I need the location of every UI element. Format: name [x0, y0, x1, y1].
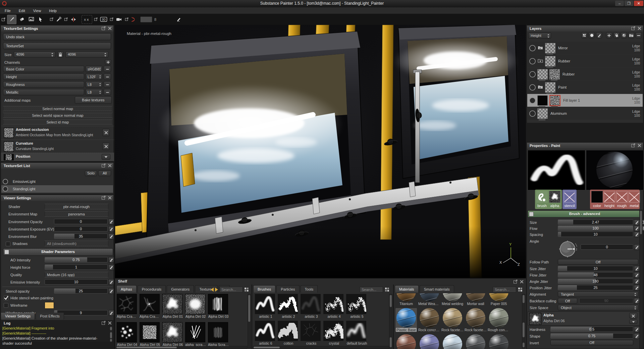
layer-thumbnail[interactable]: [545, 56, 555, 66]
folder-icon[interactable]: [538, 59, 543, 63]
material-item[interactable]: [488, 334, 509, 349]
shader-parameters-header[interactable]: Shader Parameters: [3, 248, 113, 256]
popout-icon[interactable]: [101, 163, 106, 168]
size-lock-button[interactable]: [57, 51, 63, 58]
add-channel-button[interactable]: [105, 59, 111, 65]
add-fill-layer-button[interactable]: [613, 32, 620, 38]
pen-icon[interactable]: [108, 234, 114, 239]
wireframe-color-swatch[interactable]: [45, 302, 54, 309]
add-mask-button[interactable]: [581, 32, 587, 38]
size-slider[interactable]: 2.47: [558, 219, 633, 225]
layer-mask-thumbnail[interactable]: [549, 69, 560, 80]
close-icon[interactable]: [637, 26, 642, 31]
layer-thumbnail[interactable]: [545, 43, 555, 53]
popout-small-icon[interactable]: [94, 16, 98, 23]
env-map-button[interactable]: panorama: [45, 211, 108, 217]
shelf-item[interactable]: Alpha Dirt 04: [117, 322, 138, 347]
angle-dial[interactable]: [558, 239, 579, 259]
brush-item[interactable]: artistic 6: [255, 321, 276, 345]
textureset-row[interactable]: EmissiveLight: [1, 178, 113, 185]
channel-format-dropdown[interactable]: sRGB8: [86, 66, 102, 72]
rough-channel-tile[interactable]: [616, 191, 628, 203]
material-item[interactable]: Rock faceted 1: [442, 308, 463, 332]
stencil-opacity-slider[interactable]: 25: [54, 288, 108, 294]
material-item[interactable]: Mortar wall: [465, 293, 486, 306]
layer-visibility-toggle[interactable]: [529, 58, 536, 64]
layer-thumbnail[interactable]: [537, 69, 548, 80]
layer-thumbnail[interactable]: [545, 82, 555, 93]
alpha-mode-tile[interactable]: [549, 191, 560, 203]
shelf-scrollbar[interactable]: [248, 294, 251, 348]
paint-tool-button[interactable]: [7, 15, 16, 24]
grid-view-icon[interactable]: [385, 287, 389, 292]
wireframe-checkbox[interactable]: [4, 303, 8, 308]
close-icon[interactable]: [108, 321, 112, 325]
stencil-mode-tile[interactable]: [564, 191, 575, 203]
delete-layer-button[interactable]: [636, 32, 642, 38]
folder-icon[interactable]: [538, 85, 543, 90]
pen-icon[interactable]: [634, 327, 640, 332]
symmetry-xx-button[interactable]: xx: [82, 15, 92, 24]
layer-row[interactable]: Fill layer 1 Ldge 100: [527, 94, 643, 107]
pen-icon[interactable]: [634, 285, 640, 291]
hardness-slider[interactable]: 0.5: [550, 327, 633, 332]
layer-visibility-toggle[interactable]: [529, 84, 536, 91]
jitter-slider[interactable]: 48: [558, 272, 633, 278]
pen-icon[interactable]: [634, 279, 640, 284]
add-effect-button[interactable]: [589, 32, 595, 38]
shader-button[interactable]: pbr-metal-rough: [45, 204, 108, 209]
height-channel-tile[interactable]: [604, 191, 615, 203]
slider[interactable]: 0: [54, 226, 108, 232]
projection-tool-button[interactable]: [27, 16, 35, 23]
log-scrollbar[interactable]: [109, 326, 113, 343]
pen-icon[interactable]: [108, 310, 114, 316]
shelf-tab[interactable]: Alphas: [116, 285, 137, 293]
layer-visibility-toggle[interactable]: [529, 45, 536, 51]
menu-item[interactable]: Help: [45, 8, 61, 14]
layer-row[interactable]: Rubber Ldge 100: [527, 68, 643, 81]
shelf-item[interactable]: Alpha Dirt 01: [162, 294, 184, 318]
channel-format-dropdown[interactable]: L32F: [86, 73, 102, 80]
minimize-button[interactable]: –: [615, 1, 624, 6]
brushes-tab[interactable]: Tools: [301, 285, 318, 293]
alpha-thumbnail[interactable]: [529, 313, 541, 325]
add-layer-button[interactable]: [606, 32, 612, 38]
brush-item[interactable]: artistic 5: [346, 294, 368, 318]
spacing-slider[interactable]: 10: [558, 232, 633, 237]
popout-icon[interactable]: [631, 143, 635, 148]
edit-layer-button[interactable]: [596, 32, 602, 38]
popout-icon[interactable]: [513, 280, 518, 284]
shelf-item[interactable]: Alpha Scratch...: [208, 322, 229, 347]
shadows-checkbox[interactable]: [6, 242, 10, 246]
material-item[interactable]: Metal welding: [442, 293, 463, 306]
jitter-slider[interactable]: 10: [558, 266, 633, 271]
popout-small-icon[interactable]: [64, 16, 68, 23]
shelf-tab[interactable]: Procedurals: [138, 285, 166, 293]
layer-visibility-toggle[interactable]: [529, 110, 536, 117]
eraser-tool-button[interactable]: [18, 16, 26, 23]
remove-map-button[interactable]: [102, 143, 110, 150]
layer-opacity[interactable]: 100: [632, 113, 640, 117]
layer-opacity[interactable]: 100: [632, 61, 640, 65]
brush-item[interactable]: artistic 4: [323, 294, 345, 318]
channel-name[interactable]: Height: [3, 73, 84, 80]
popout-icon[interactable]: [101, 321, 106, 325]
add-smart-material-button[interactable]: [621, 32, 627, 38]
shelf-hscrollbar[interactable]: [116, 346, 247, 349]
popout-small-icon[interactable]: [49, 16, 54, 23]
select-map-button[interactable]: Select world space normal map: [3, 113, 112, 118]
brush-item[interactable]: cracks: [301, 321, 322, 345]
shelf-search-input[interactable]: [219, 287, 243, 293]
channel-format-dropdown[interactable]: L8: [86, 81, 102, 88]
undo-stack-bar[interactable]: Undo stack: [3, 33, 111, 40]
materials-search-input[interactable]: [493, 287, 516, 293]
select-tool-button[interactable]: [37, 16, 45, 23]
viewport-3d[interactable]: Material - pbr-metal-rough Y X Z: [115, 25, 526, 278]
grid-view-icon[interactable]: [244, 287, 249, 292]
stroke-opacity-field[interactable]: [140, 16, 152, 22]
bake-textures-button[interactable]: Bake textures: [75, 96, 112, 104]
layer-thumbnail[interactable]: [537, 108, 548, 119]
materials-tab[interactable]: Smart materials: [420, 285, 454, 293]
materials-tab[interactable]: Materials: [395, 285, 419, 293]
remove-channel-button[interactable]: [104, 66, 111, 72]
